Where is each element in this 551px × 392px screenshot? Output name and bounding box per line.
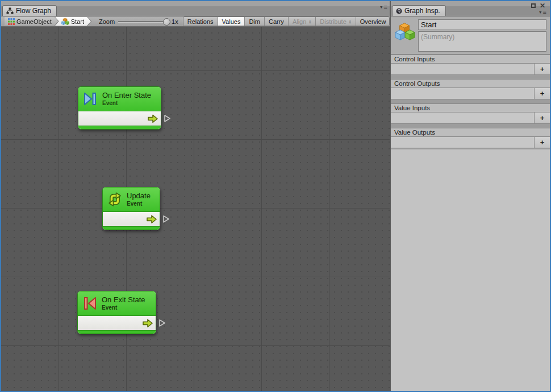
node-header: On Exit State Event — [78, 291, 156, 316]
graph-summary-input[interactable] — [418, 31, 546, 52]
loop-icon — [106, 191, 123, 208]
inspector-tabstrip: Graph Insp. ✕ ▼≡ — [391, 1, 550, 16]
section-empty-list: + — [391, 137, 550, 148]
align-button[interactable]: Align ▲▼ — [288, 17, 315, 26]
node-title: On Exit State — [102, 296, 145, 305]
section-header: Control Outputs — [391, 79, 550, 88]
node-port-row — [78, 316, 156, 330]
dropdown-arrows-icon: ▲▼ — [308, 19, 311, 24]
section-header: Value Outputs — [391, 128, 550, 137]
node-header: On Enter State Event — [78, 87, 161, 111]
pane-menu-icon[interactable]: ▼≡ — [539, 10, 546, 15]
node-header: Update Event — [103, 187, 160, 212]
node-footer — [103, 226, 160, 230]
control-output-port[interactable] — [164, 114, 171, 125]
add-control-output-button[interactable]: + — [534, 88, 550, 99]
section-empty-list: + — [391, 64, 550, 75]
flow-graph-tabstrip: Flow Graph ▼≡ — [1, 1, 390, 16]
tab-graph-inspector[interactable]: Graph Insp. — [392, 5, 446, 16]
node-subtitle: Event — [127, 201, 151, 207]
info-circle-icon — [396, 8, 402, 14]
section-header: Control Inputs — [391, 55, 550, 64]
node-footer — [78, 330, 156, 333]
graph-inspector-panel: Control Inputs + Control Outputs + Value… — [391, 16, 550, 391]
machine-grid-icon — [8, 18, 15, 25]
add-value-input-button[interactable]: + — [534, 112, 550, 123]
add-value-output-button[interactable]: + — [534, 137, 550, 148]
node-on-enter-state[interactable]: On Enter State Event — [78, 86, 161, 130]
section-value-inputs: Value Inputs + — [391, 103, 550, 124]
node-subtitle: Event — [102, 305, 145, 311]
section-value-outputs: Value Outputs + — [391, 128, 550, 148]
graph-cubes-icon — [61, 18, 69, 25]
section-control-outputs: Control Outputs + — [391, 79, 550, 99]
control-output-port[interactable] — [158, 319, 166, 330]
breadcrumb-start[interactable]: Start — [55, 17, 91, 26]
carry-button[interactable]: Carry — [264, 17, 288, 26]
toolbar-button-group: Relations Values Dim Carry Align ▲▼ Dist… — [183, 16, 390, 26]
tab-graph-inspector-label: Graph Insp. — [404, 7, 440, 15]
pane-menu-icon[interactable]: ▼≡ — [379, 5, 387, 10]
section-control-inputs: Control Inputs + — [391, 55, 550, 75]
node-footer — [78, 126, 161, 129]
overview-button[interactable]: Overview — [356, 17, 390, 26]
add-control-input-button[interactable]: + — [534, 64, 550, 74]
distribute-button[interactable]: Distribute ▲▼ — [315, 17, 355, 26]
breadcrumb-start-label: Start — [71, 18, 84, 25]
control-output-arrow-icon[interactable] — [146, 215, 157, 224]
step-back-icon — [81, 295, 98, 312]
zoom-label: Zoom — [99, 18, 115, 25]
zoom-slider-handle[interactable] — [163, 18, 170, 26]
node-subtitle: Event — [102, 100, 151, 107]
node-update[interactable]: Update Event — [102, 187, 160, 230]
dropdown-arrows-icon: ▲▼ — [349, 19, 352, 24]
graph-cubes-icon — [395, 21, 415, 43]
step-forward-icon — [82, 90, 99, 107]
node-port-row — [103, 212, 160, 226]
breadcrumb-gameobject-label: GameObject — [16, 18, 52, 25]
zoom-slider[interactable] — [118, 21, 167, 23]
node-title: On Enter State — [102, 91, 151, 100]
hierarchy-icon — [6, 7, 14, 14]
relations-button[interactable]: Relations — [183, 17, 218, 26]
graph-toolbar: GameObject Start Zoom — [1, 16, 390, 27]
section-empty-list: + — [391, 88, 550, 99]
flow-graph-canvas[interactable]: On Enter State Event — [1, 27, 390, 391]
control-output-arrow-icon[interactable] — [147, 114, 158, 123]
maximize-icon[interactable] — [531, 3, 536, 8]
control-output-port[interactable] — [162, 215, 170, 226]
zoom-value: 1x — [172, 18, 178, 25]
section-empty-list: + — [391, 112, 550, 124]
tab-flow-graph-label: Flow Graph — [16, 7, 51, 15]
node-title: Update — [127, 192, 151, 201]
control-output-arrow-icon[interactable] — [142, 319, 153, 328]
node-port-row — [78, 111, 161, 126]
section-header: Value Inputs — [391, 103, 550, 112]
graph-title-input[interactable] — [418, 19, 546, 30]
values-button[interactable]: Values — [218, 17, 245, 26]
node-on-exit-state[interactable]: On Exit State Event — [77, 291, 156, 334]
breadcrumb-gameobject[interactable]: GameObject — [5, 17, 59, 26]
inspector-header — [391, 16, 550, 55]
port-sections: Control Inputs + Control Outputs + Value… — [391, 55, 550, 149]
dim-button[interactable]: Dim — [244, 17, 264, 26]
tab-flow-graph[interactable]: Flow Graph — [2, 5, 57, 16]
close-icon[interactable]: ✕ — [540, 3, 545, 9]
